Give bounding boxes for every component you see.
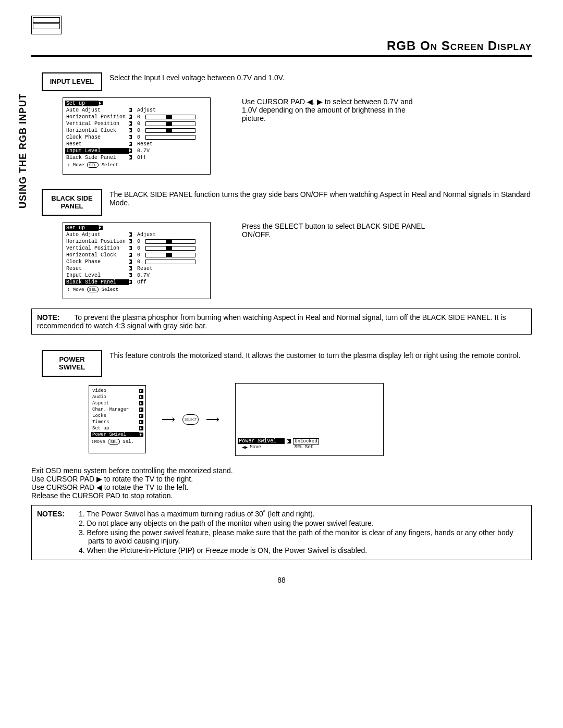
menu-arrow-icon: [129, 108, 132, 112]
osd2-item: Auto Adjust: [65, 232, 129, 238]
osd2-item: Horizontal Position: [65, 239, 129, 244]
osd1-item: Clock Phase: [65, 134, 129, 140]
osd1-item: Input Level: [65, 148, 129, 154]
black-side-row: BLACK SIDE PANEL The BLACK SIDE PANEL fu…: [42, 189, 532, 216]
input-level-side: Use CURSOR PAD ◀, ▶ to select between 0.…: [242, 97, 430, 122]
menu-arrow-icon: [139, 426, 143, 430]
mm-footer: ↕Move SEL Sel.: [91, 439, 143, 445]
power-swivel-row: POWER SWIVEL This feature controls the m…: [42, 350, 532, 377]
updown-icon: ↕: [67, 163, 70, 168]
osd1-item: Horizontal Position: [65, 114, 129, 120]
instr-line: Use CURSOR PAD ◀ to rotate the TV to the…: [31, 483, 532, 491]
side-tab: USING THE RGB INPUT: [18, 93, 29, 208]
note-text: To prevent the plasma phosphor from burn…: [37, 313, 506, 330]
osd1-item: Black Side Panel: [65, 155, 129, 161]
swivel-status-osd: Power Swivel Unlocked ◀▶ Move SEL Set: [235, 383, 384, 456]
note-item: 1. The Power Swivel has a maximum turnin…: [79, 510, 526, 518]
osd2-val: 0: [137, 245, 144, 251]
osd2-item: Black Side Panel: [65, 279, 129, 285]
menu-arrow-icon: [139, 389, 143, 393]
mm-item: Audio: [91, 394, 139, 400]
black-side-label: BLACK SIDE PANEL: [42, 189, 102, 216]
menu-arrow-icon: [139, 401, 143, 405]
menu-arrow-icon: [139, 408, 143, 412]
power-swivel-desc: This feature controls the motorized stan…: [109, 350, 532, 360]
osd1-val: 0.7V: [137, 148, 150, 154]
note-item: 3. Before using the power swivel feature…: [79, 528, 526, 545]
osd1-val: 0: [137, 128, 144, 133]
input-level-screen-row: Set up Auto Adjust Horizontal Position V…: [63, 97, 532, 175]
mm-item: Power Swivel: [91, 432, 139, 437]
osd2-item: Reset: [65, 266, 129, 272]
menu-arrow-icon: [129, 149, 132, 153]
black-side-side: Press the SELECT button to select BLACK …: [242, 222, 430, 239]
content: INPUT LEVEL Select the Input Level volta…: [42, 72, 532, 560]
osd1-val: Reset: [137, 141, 153, 147]
note-label: NOTE:: [37, 313, 60, 322]
osd1-val: Off: [137, 155, 146, 161]
osd-setup-1: Set up Auto Adjust Horizontal Position V…: [63, 97, 211, 175]
osd2-val: 0: [137, 239, 144, 244]
mm-item: Video: [91, 388, 139, 393]
select-arrows: ⟶ SELECT ⟶: [162, 414, 219, 425]
note-item: 4. When the Picture-in-Picture (PIP) or …: [79, 546, 526, 554]
osd1-val: 0: [137, 121, 144, 127]
status-name: Power Swivel: [238, 438, 285, 444]
swivel-screens: Video Audio Aspect Chan. Manager Locks T…: [89, 383, 532, 456]
status-value: Unlocked: [293, 438, 319, 445]
osd2-val: Adjust: [137, 232, 156, 238]
notes-label: NOTES:: [37, 510, 79, 556]
menu-arrow-icon: [129, 142, 132, 146]
menu-arrow-icon: [129, 155, 132, 159]
note-item: 2. Do not place any objects on the path …: [79, 519, 526, 527]
menu-arrow-icon: [129, 246, 132, 250]
notes-list: 1. The Power Swivel has a maximum turnin…: [79, 510, 526, 556]
instr-line: Release the CURSOR PAD to stop rotation.: [31, 491, 532, 500]
menu-arrow-icon: [129, 239, 132, 243]
menu-arrow-icon: [129, 121, 132, 126]
osd2-item: Vertical Position: [65, 245, 129, 251]
osd1-item: Vertical Position: [65, 121, 129, 127]
main-menu-osd: Video Audio Aspect Chan. Manager Locks T…: [89, 385, 146, 453]
osd1-val: 0: [137, 134, 144, 140]
select-button[interactable]: SELECT: [182, 414, 199, 425]
menu-arrow-icon: [139, 433, 143, 437]
notes-box: NOTES: 1. The Power Swivel has a maximum…: [31, 505, 532, 560]
menu-arrow-icon: [99, 101, 103, 105]
device-icon: [31, 16, 62, 34]
mm-item: Chan. Manager: [91, 407, 139, 412]
osd2-val: 0: [137, 252, 144, 258]
menu-arrow-icon: [99, 226, 103, 230]
mm-item: Aspect: [91, 401, 139, 406]
menu-arrow-icon: [139, 395, 143, 399]
menu-arrow-icon: [129, 232, 132, 237]
mm-item: Timers: [91, 419, 139, 425]
osd1-item: Reset: [65, 141, 129, 147]
menu-arrow-icon: [129, 260, 132, 264]
menu-arrow-icon: [129, 266, 132, 270]
menu-arrow-icon: [287, 439, 291, 443]
swivel-instructions: Exit OSD menu system before controlling …: [31, 466, 532, 500]
black-side-screen-row: Set up Auto Adjust Horizontal Position V…: [63, 222, 532, 299]
osd-setup-2: Set up Auto Adjust Horizontal Position V…: [63, 222, 211, 299]
page: RGB On Screen Display USING THE RGB INPU…: [0, 0, 563, 600]
page-title: RGB On Screen Display: [31, 39, 532, 57]
mm-item: Set up: [91, 426, 139, 431]
osd2-title: Set up: [65, 225, 99, 231]
osd1-val: 0: [137, 114, 144, 120]
menu-arrow-icon: [129, 128, 132, 132]
menu-arrow-icon: [129, 135, 132, 139]
osd1-title: Set up: [65, 101, 99, 106]
arrow-right-icon: ⟶: [206, 414, 219, 425]
power-swivel-label: POWER SWIVEL: [42, 350, 102, 377]
menu-arrow-icon: [129, 273, 132, 277]
osd2-item: Horizontal Clock: [65, 252, 129, 258]
black-side-desc: The BLACK SIDE PANEL function turns the …: [109, 189, 532, 207]
mm-item: Locks: [91, 413, 139, 418]
osd1-val: Adjust: [137, 107, 156, 113]
input-level-row: INPUT LEVEL Select the Input Level volta…: [42, 72, 532, 91]
osd2-val: 0.7V: [137, 273, 150, 278]
instr-line: Use CURSOR PAD ▶ to rotate the TV to the…: [31, 475, 532, 483]
updown-icon: ↕: [67, 287, 70, 292]
osd2-item: Input Level: [65, 273, 129, 278]
